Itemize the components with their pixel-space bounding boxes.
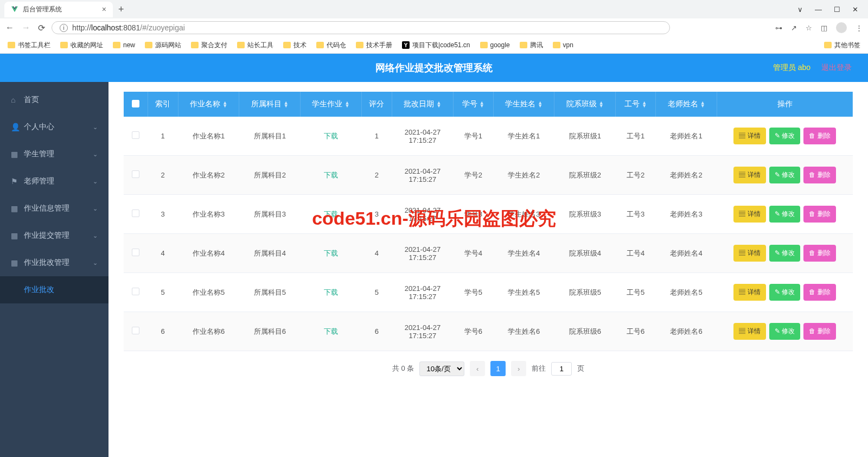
bookmark-item[interactable]: vpn [553,41,573,49]
browser-chrome: 后台管理系统 × + ∨ — ☐ ✕ ← → ⟳ i http://localh… [0,0,868,54]
bookmark-item[interactable]: 书签工具栏 [8,41,50,50]
column-header[interactable]: 工号▲▼ [616,92,656,117]
folder-icon [8,42,15,48]
prev-page-button[interactable]: ‹ [470,361,485,376]
current-user[interactable]: 管理员 abo [773,63,810,73]
cell-sid: 学号6 [453,312,493,351]
bookmark-item[interactable]: 腾讯 [520,41,543,50]
download-link[interactable]: 下载 [324,132,338,140]
sidebar-item[interactable]: ⚑老师管理⌄ [0,168,108,195]
browser-tab[interactable]: 后台管理系统 × [4,2,113,17]
column-header[interactable]: 批改日期▲▼ [392,92,454,117]
delete-button[interactable]: 🗑 删除 [803,323,835,340]
url-input[interactable]: i http://localhost:8081/#/zuoyepigai [52,21,670,34]
share-icon[interactable]: ↗ [791,24,797,32]
cell-subject: 所属科目4 [239,234,301,273]
detail-button[interactable]: ▤ 详情 [733,206,765,223]
bookmark-item[interactable]: google [480,41,510,49]
folder-icon [553,42,560,48]
tab-title: 后台管理系统 [23,5,62,14]
cell-index: 3 [148,195,178,234]
detail-button[interactable]: ▤ 详情 [733,245,765,262]
menu-icon[interactable]: ⋮ [856,24,863,32]
edit-button[interactable]: ✎ 修改 [769,206,800,223]
bookmark-item[interactable]: 站长工具 [237,41,273,50]
row-checkbox[interactable] [132,170,139,178]
bookmark-item[interactable]: 收藏的网址 [60,41,103,50]
edit-button[interactable]: ✎ 修改 [769,245,800,262]
cell-date: 2021-04-27 17:15:27 [392,117,454,156]
page-number-button[interactable]: 1 [490,361,506,376]
page-size-select[interactable]: 10条/页 [419,361,464,376]
close-window-icon[interactable]: ✕ [852,5,858,14]
maximize-icon[interactable]: ☐ [834,5,840,14]
column-header[interactable]: 学号▲▼ [453,92,493,117]
row-checkbox[interactable] [132,327,139,334]
edit-button[interactable]: ✎ 修改 [769,323,800,340]
column-header[interactable]: 学生姓名▲▼ [493,92,554,117]
detail-button[interactable]: ▤ 详情 [733,323,765,340]
bookmark-other[interactable]: 其他书签 [824,41,860,50]
y-icon: Y [402,41,410,49]
row-checkbox[interactable] [132,210,139,217]
sidebar-item[interactable]: ⌂首页 [0,86,108,113]
sidebar-item[interactable]: ▦学生管理⌄ [0,141,108,168]
delete-button[interactable]: 🗑 删除 [803,284,835,301]
info-icon[interactable]: i [60,24,68,32]
row-checkbox[interactable] [132,288,139,295]
column-header[interactable]: 老师姓名▲▼ [656,92,717,117]
pagination: 共 0 条 10条/页 ‹ 1 › 前往 页 [124,361,853,376]
close-icon[interactable]: × [102,5,106,14]
sidebar-subitem-active[interactable]: 作业批改 [0,276,108,303]
key-icon[interactable]: ⊶ [775,24,782,32]
column-header[interactable]: 学生作业▲▼ [301,92,362,117]
column-header[interactable]: 所属科目▲▼ [239,92,301,117]
back-icon[interactable]: ← [5,23,14,33]
detail-button[interactable]: ▤ 详情 [733,128,765,144]
edit-button[interactable]: ✎ 修改 [769,284,800,301]
bookmark-item[interactable]: Y项目下载|code51.cn [402,41,470,50]
download-link[interactable]: 下载 [324,171,338,179]
goto-page-input[interactable] [551,362,572,376]
edit-button[interactable]: ✎ 修改 [769,167,800,183]
select-all-checkbox[interactable] [132,100,139,107]
extensions-icon[interactable]: ◫ [821,24,827,32]
logout-button[interactable]: 退出登录 [821,63,852,73]
bookmark-item[interactable]: 聚合支付 [191,41,227,50]
row-checkbox[interactable] [132,249,139,256]
delete-button[interactable]: 🗑 删除 [803,167,835,183]
row-checkbox[interactable] [132,131,139,139]
delete-button[interactable]: 🗑 删除 [803,245,835,262]
download-link[interactable]: 下载 [324,210,338,218]
new-tab-button[interactable]: + [113,4,130,15]
bookmark-item[interactable]: 源码网站 [145,41,181,50]
column-header[interactable]: 作业名称▲▼ [178,92,239,117]
bookmark-item[interactable]: new [113,41,135,49]
next-page-button[interactable]: › [511,361,526,376]
detail-button[interactable]: ▤ 详情 [733,167,765,183]
bookmark-item[interactable]: 技术 [283,41,307,50]
profile-icon[interactable] [836,22,847,33]
detail-button[interactable]: ▤ 详情 [733,284,765,301]
forward-icon[interactable]: → [22,23,30,33]
delete-button[interactable]: 🗑 删除 [803,206,835,223]
download-link[interactable]: 下载 [324,249,338,257]
download-link[interactable]: 下载 [324,288,338,296]
column-header[interactable]: 院系班级▲▼ [554,92,616,117]
folder-icon [520,42,527,48]
expand-icon[interactable]: ∨ [797,5,803,14]
download-link[interactable]: 下载 [324,327,338,335]
folder-icon [145,42,152,48]
minimize-icon[interactable]: — [815,5,822,14]
sidebar-item[interactable]: 👤个人中心⌄ [0,113,108,141]
sidebar-item[interactable]: ▦作业信息管理⌄ [0,195,108,222]
star-icon[interactable]: ☆ [806,24,812,32]
sidebar-item[interactable]: ▦作业批改管理⌄ [0,249,108,276]
edit-button[interactable]: ✎ 修改 [769,128,800,144]
reload-icon[interactable]: ⟳ [38,23,45,33]
select-all-header[interactable] [124,92,148,117]
delete-button[interactable]: 🗑 删除 [803,128,835,144]
sidebar-item[interactable]: ▦作业提交管理⌄ [0,222,108,249]
bookmark-item[interactable]: 代码仓 [316,41,346,50]
bookmark-item[interactable]: 技术手册 [356,41,392,50]
